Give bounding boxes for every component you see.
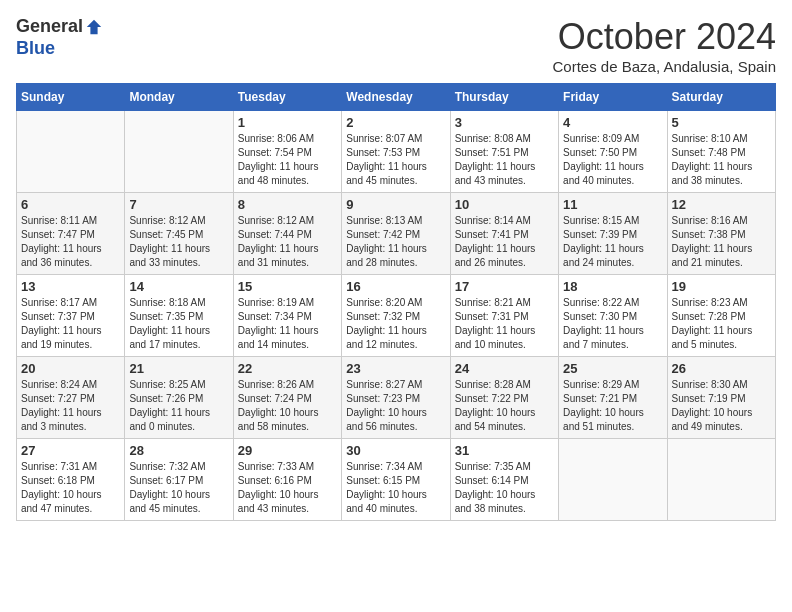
calendar-cell: 28Sunrise: 7:32 AM Sunset: 6:17 PM Dayli… [125,439,233,521]
day-number: 2 [346,115,445,130]
cell-info: Sunrise: 8:15 AM Sunset: 7:39 PM Dayligh… [563,214,662,270]
day-number: 4 [563,115,662,130]
cell-info: Sunrise: 8:17 AM Sunset: 7:37 PM Dayligh… [21,296,120,352]
calendar-body: 1Sunrise: 8:06 AM Sunset: 7:54 PM Daylig… [17,111,776,521]
calendar-cell: 30Sunrise: 7:34 AM Sunset: 6:15 PM Dayli… [342,439,450,521]
cell-info: Sunrise: 8:12 AM Sunset: 7:45 PM Dayligh… [129,214,228,270]
title-block: October 2024 Cortes de Baza, Andalusia, … [553,16,776,75]
cell-info: Sunrise: 8:28 AM Sunset: 7:22 PM Dayligh… [455,378,554,434]
calendar-cell: 21Sunrise: 8:25 AM Sunset: 7:26 PM Dayli… [125,357,233,439]
day-number: 12 [672,197,771,212]
cell-info: Sunrise: 7:32 AM Sunset: 6:17 PM Dayligh… [129,460,228,516]
cell-info: Sunrise: 7:34 AM Sunset: 6:15 PM Dayligh… [346,460,445,516]
cell-info: Sunrise: 8:19 AM Sunset: 7:34 PM Dayligh… [238,296,337,352]
calendar-cell: 9Sunrise: 8:13 AM Sunset: 7:42 PM Daylig… [342,193,450,275]
cell-info: Sunrise: 7:33 AM Sunset: 6:16 PM Dayligh… [238,460,337,516]
day-number: 31 [455,443,554,458]
cell-info: Sunrise: 8:20 AM Sunset: 7:32 PM Dayligh… [346,296,445,352]
cell-info: Sunrise: 8:11 AM Sunset: 7:47 PM Dayligh… [21,214,120,270]
calendar-cell: 13Sunrise: 8:17 AM Sunset: 7:37 PM Dayli… [17,275,125,357]
calendar-table: SundayMondayTuesdayWednesdayThursdayFrid… [16,83,776,521]
day-number: 22 [238,361,337,376]
day-number: 24 [455,361,554,376]
calendar-cell: 4Sunrise: 8:09 AM Sunset: 7:50 PM Daylig… [559,111,667,193]
calendar-cell: 26Sunrise: 8:30 AM Sunset: 7:19 PM Dayli… [667,357,775,439]
cell-info: Sunrise: 8:24 AM Sunset: 7:27 PM Dayligh… [21,378,120,434]
cell-info: Sunrise: 8:22 AM Sunset: 7:30 PM Dayligh… [563,296,662,352]
day-number: 27 [21,443,120,458]
day-number: 20 [21,361,120,376]
calendar-cell [559,439,667,521]
day-number: 15 [238,279,337,294]
calendar-cell: 6Sunrise: 8:11 AM Sunset: 7:47 PM Daylig… [17,193,125,275]
cell-info: Sunrise: 8:29 AM Sunset: 7:21 PM Dayligh… [563,378,662,434]
logo-blue: Blue [16,38,55,58]
cell-info: Sunrise: 7:31 AM Sunset: 6:18 PM Dayligh… [21,460,120,516]
calendar-cell: 11Sunrise: 8:15 AM Sunset: 7:39 PM Dayli… [559,193,667,275]
day-number: 30 [346,443,445,458]
cell-info: Sunrise: 8:06 AM Sunset: 7:54 PM Dayligh… [238,132,337,188]
calendar-cell: 2Sunrise: 8:07 AM Sunset: 7:53 PM Daylig… [342,111,450,193]
calendar-cell: 24Sunrise: 8:28 AM Sunset: 7:22 PM Dayli… [450,357,558,439]
calendar-cell: 27Sunrise: 7:31 AM Sunset: 6:18 PM Dayli… [17,439,125,521]
calendar-cell: 5Sunrise: 8:10 AM Sunset: 7:48 PM Daylig… [667,111,775,193]
day-number: 19 [672,279,771,294]
cell-info: Sunrise: 8:27 AM Sunset: 7:23 PM Dayligh… [346,378,445,434]
day-number: 3 [455,115,554,130]
calendar-week-row: 6Sunrise: 8:11 AM Sunset: 7:47 PM Daylig… [17,193,776,275]
day-number: 11 [563,197,662,212]
day-number: 6 [21,197,120,212]
calendar-header-row: SundayMondayTuesdayWednesdayThursdayFrid… [17,84,776,111]
logo-general: General [16,16,83,38]
calendar-cell: 14Sunrise: 8:18 AM Sunset: 7:35 PM Dayli… [125,275,233,357]
calendar-cell: 10Sunrise: 8:14 AM Sunset: 7:41 PM Dayli… [450,193,558,275]
calendar-cell: 12Sunrise: 8:16 AM Sunset: 7:38 PM Dayli… [667,193,775,275]
day-number: 13 [21,279,120,294]
day-number: 26 [672,361,771,376]
cell-info: Sunrise: 8:14 AM Sunset: 7:41 PM Dayligh… [455,214,554,270]
cell-info: Sunrise: 8:25 AM Sunset: 7:26 PM Dayligh… [129,378,228,434]
day-number: 28 [129,443,228,458]
cell-info: Sunrise: 8:23 AM Sunset: 7:28 PM Dayligh… [672,296,771,352]
day-number: 7 [129,197,228,212]
day-number: 23 [346,361,445,376]
calendar-cell: 17Sunrise: 8:21 AM Sunset: 7:31 PM Dayli… [450,275,558,357]
day-number: 21 [129,361,228,376]
calendar-cell: 7Sunrise: 8:12 AM Sunset: 7:45 PM Daylig… [125,193,233,275]
calendar-week-row: 20Sunrise: 8:24 AM Sunset: 7:27 PM Dayli… [17,357,776,439]
day-number: 25 [563,361,662,376]
cell-info: Sunrise: 8:13 AM Sunset: 7:42 PM Dayligh… [346,214,445,270]
cell-info: Sunrise: 8:12 AM Sunset: 7:44 PM Dayligh… [238,214,337,270]
cell-info: Sunrise: 8:09 AM Sunset: 7:50 PM Dayligh… [563,132,662,188]
calendar-cell: 25Sunrise: 8:29 AM Sunset: 7:21 PM Dayli… [559,357,667,439]
calendar-cell: 1Sunrise: 8:06 AM Sunset: 7:54 PM Daylig… [233,111,341,193]
day-number: 8 [238,197,337,212]
calendar-cell: 16Sunrise: 8:20 AM Sunset: 7:32 PM Dayli… [342,275,450,357]
calendar-cell [125,111,233,193]
day-header-monday: Monday [125,84,233,111]
day-header-friday: Friday [559,84,667,111]
day-number: 14 [129,279,228,294]
calendar-cell: 31Sunrise: 7:35 AM Sunset: 6:14 PM Dayli… [450,439,558,521]
day-number: 17 [455,279,554,294]
cell-info: Sunrise: 7:35 AM Sunset: 6:14 PM Dayligh… [455,460,554,516]
cell-info: Sunrise: 8:10 AM Sunset: 7:48 PM Dayligh… [672,132,771,188]
cell-info: Sunrise: 8:21 AM Sunset: 7:31 PM Dayligh… [455,296,554,352]
cell-info: Sunrise: 8:30 AM Sunset: 7:19 PM Dayligh… [672,378,771,434]
cell-info: Sunrise: 8:26 AM Sunset: 7:24 PM Dayligh… [238,378,337,434]
calendar-cell: 19Sunrise: 8:23 AM Sunset: 7:28 PM Dayli… [667,275,775,357]
calendar-cell: 15Sunrise: 8:19 AM Sunset: 7:34 PM Dayli… [233,275,341,357]
day-number: 29 [238,443,337,458]
logo-icon [85,18,103,36]
cell-info: Sunrise: 8:16 AM Sunset: 7:38 PM Dayligh… [672,214,771,270]
calendar-cell: 29Sunrise: 7:33 AM Sunset: 6:16 PM Dayli… [233,439,341,521]
day-number: 16 [346,279,445,294]
month-title: October 2024 [553,16,776,58]
calendar-cell [17,111,125,193]
day-header-wednesday: Wednesday [342,84,450,111]
calendar-cell: 20Sunrise: 8:24 AM Sunset: 7:27 PM Dayli… [17,357,125,439]
cell-info: Sunrise: 8:07 AM Sunset: 7:53 PM Dayligh… [346,132,445,188]
day-number: 5 [672,115,771,130]
calendar-week-row: 13Sunrise: 8:17 AM Sunset: 7:37 PM Dayli… [17,275,776,357]
cell-info: Sunrise: 8:18 AM Sunset: 7:35 PM Dayligh… [129,296,228,352]
